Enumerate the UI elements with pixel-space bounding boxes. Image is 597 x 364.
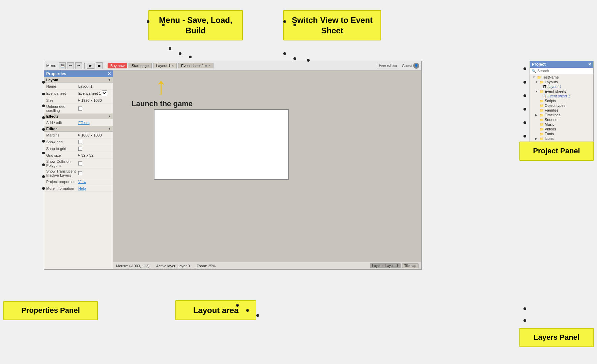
testname-arrow: ▼ xyxy=(533,76,536,79)
scripts-label: Scripts xyxy=(545,99,556,103)
layouts-label: Layouts xyxy=(545,80,558,84)
music-label: Music xyxy=(545,122,555,126)
prop-translucent: Show TranslucentInactive Layers xyxy=(44,169,113,178)
prop-grid-size: Grid size ▶ 32 x 32 xyxy=(44,152,113,159)
icons-label: Icons xyxy=(545,136,553,141)
layout1-label: Layout 1 xyxy=(156,64,170,68)
tree-item-sounds[interactable]: 📁 Sounds xyxy=(530,117,593,122)
families-label: Families xyxy=(545,108,559,112)
show-grid-checkbox[interactable] xyxy=(78,140,82,144)
play-button[interactable]: ▶ xyxy=(87,63,94,69)
layout1-tree-icon: 🖼 xyxy=(542,85,547,89)
stop-icon[interactable]: ◼ xyxy=(96,62,103,69)
layout-section-label: Layout xyxy=(46,78,58,82)
prop-show-grid: Show grid xyxy=(44,139,113,145)
tree-item-testname[interactable]: ▼ 📁 TestName xyxy=(530,75,593,80)
event-sheet-dot xyxy=(205,65,207,67)
music-icon: 📁 xyxy=(539,123,544,126)
status-bar: Mouse: (-1903, 112) Active layer: Layer … xyxy=(113,262,421,269)
collision-checkbox[interactable] xyxy=(78,161,82,165)
testname-label: TestName xyxy=(542,75,559,79)
fonts-icon: 📁 xyxy=(539,132,544,136)
layout-section-arrow[interactable]: ▼ xyxy=(108,78,111,82)
prop-show-grid-label: Show grid xyxy=(46,140,78,144)
project-close-button[interactable]: ✕ xyxy=(588,62,591,67)
menu-label[interactable]: Menu xyxy=(46,63,56,68)
tree-item-event-sheets[interactable]: ▼ 📁 Event sheets xyxy=(530,89,593,94)
effects-section-header: Effects ▼ xyxy=(44,114,113,119)
start-page-tab[interactable]: Start page xyxy=(129,63,152,68)
event-sheet-tab[interactable]: Event sheet 1 × xyxy=(178,63,214,68)
tree-item-event-sheet1[interactable]: 📋 Event sheet 1 xyxy=(530,94,593,98)
buy-now-button[interactable]: Buy now xyxy=(108,63,127,68)
event-sheet-label: Event sheet 1 xyxy=(181,64,204,68)
editor-section-header: Editor ▼ xyxy=(44,126,113,132)
layers-layout-tab[interactable]: Layers - Layout 1 xyxy=(370,263,401,268)
layout1-tab[interactable]: Layout 1 × xyxy=(153,63,177,68)
prop-margins-value: ▶ 1000 x 1000 xyxy=(78,133,102,137)
prop-size: Size ▶ 1920 x 1080 xyxy=(44,97,113,104)
properties-close-button[interactable]: ✕ xyxy=(108,71,111,76)
translucent-checkbox[interactable] xyxy=(78,171,82,175)
redo-icon[interactable]: ↪ xyxy=(75,62,82,69)
search-icon: 🔍 xyxy=(532,69,536,73)
user-icon[interactable]: 👤 xyxy=(413,63,419,69)
object-types-label: Object types xyxy=(545,103,565,108)
prop-name: Name Layout 1 xyxy=(44,83,113,90)
properties-panel: Properties ✕ Layout ▼ Name Layout 1 Even… xyxy=(44,70,113,269)
prop-collision: Show CollisionPolygons xyxy=(44,159,113,169)
prop-margins-label: Margins xyxy=(46,133,78,137)
toolbar: Menu 💾 ↩ ↪ ▶ ◼ Buy now Start page Layout… xyxy=(44,61,421,70)
properties-title: Properties xyxy=(46,71,66,76)
prop-event-sheet-label: Event sheet xyxy=(46,91,78,95)
prop-project-props-label: Project properties xyxy=(46,180,78,184)
prop-more-info: More information Help xyxy=(44,185,113,192)
tree-item-videos[interactable]: 📁 Videos xyxy=(530,127,593,131)
view-link[interactable]: View xyxy=(78,180,86,184)
save-icon[interactable]: 💾 xyxy=(59,62,66,69)
tree-item-music[interactable]: 📁 Music xyxy=(530,122,593,127)
event-sheet1-label: Event sheet 1 xyxy=(547,94,570,98)
properties-header: Properties ✕ xyxy=(44,70,113,77)
active-layer-status: Active layer: Layer 0 xyxy=(156,264,190,268)
prop-size-value: ▶ 1920 x 1080 xyxy=(78,98,102,102)
search-input[interactable] xyxy=(537,69,591,73)
launch-arrow: ↑ xyxy=(155,74,167,98)
tree-item-layout1[interactable]: 🖼 Layout 1 xyxy=(530,84,593,89)
free-edition-badge: Free edition xyxy=(377,63,399,68)
editor-section-arrow[interactable]: ▼ xyxy=(108,127,111,130)
event-sheets-label: Event sheets xyxy=(545,89,566,93)
scripts-icon: 📁 xyxy=(539,99,544,103)
layout1-close[interactable]: × xyxy=(172,64,174,68)
tree-item-scripts[interactable]: 📁 Scripts xyxy=(530,98,593,103)
prop-unbounded: Unboundedscrolling xyxy=(44,104,113,114)
tree-item-icons[interactable]: ▶ 📁 Icons xyxy=(530,136,593,141)
families-icon: 📁 xyxy=(539,109,544,112)
prop-project-props: Project properties View xyxy=(44,178,113,185)
prop-more-info-label: More information xyxy=(46,186,78,190)
prop-unbounded-label: Unboundedscrolling xyxy=(46,104,78,113)
project-search: 🔍 xyxy=(530,68,593,74)
prop-add-edit-label: Add / edit xyxy=(46,121,78,125)
help-link[interactable]: Help xyxy=(78,186,86,190)
effects-section-arrow[interactable]: ▼ xyxy=(108,115,111,118)
effects-link[interactable]: Effects xyxy=(78,121,89,125)
launch-game-label: Launch the game xyxy=(132,99,193,108)
tree-item-families[interactable]: 📁 Families xyxy=(530,108,593,113)
tree-item-layouts[interactable]: ▼ 📁 Layouts xyxy=(530,80,593,84)
tree-item-fonts[interactable]: 📁 Fonts xyxy=(530,131,593,136)
project-panel-header: Project ✕ xyxy=(530,61,593,68)
project-panel: Project ✕ 🔍 ▼ 📁 TestName ▼ 📁 Layouts 🖼 L… xyxy=(530,61,594,147)
mouse-coords: Mouse: (-1903, 112) xyxy=(116,264,149,268)
event-sheets-icon: 📁 xyxy=(539,90,544,93)
status-tabs: Layers - Layout 1 Tilemap xyxy=(370,263,419,268)
undo-icon[interactable]: ↩ xyxy=(67,62,74,69)
tree-item-object-types[interactable]: 📁 Object types xyxy=(530,103,593,108)
unbounded-checkbox[interactable] xyxy=(78,107,82,111)
tree-item-timelines[interactable]: ▶ 📁 Timelines xyxy=(530,113,593,117)
event-sheet-select[interactable] xyxy=(102,90,107,96)
tilemap-tab[interactable]: Tilemap xyxy=(402,263,419,268)
event-sheet-close[interactable]: × xyxy=(208,64,210,68)
snap-grid-checkbox[interactable] xyxy=(78,147,82,151)
ui-container: Menu 💾 ↩ ↪ ▶ ◼ Buy now Start page Layout… xyxy=(44,61,422,270)
